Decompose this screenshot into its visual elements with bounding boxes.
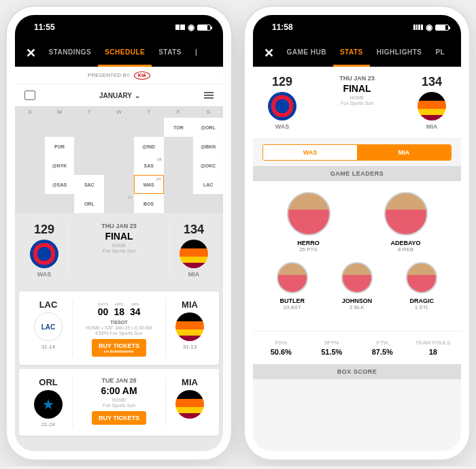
tissot-logo: TISSOT [77,320,161,325]
home-abbr: MIA [166,377,214,387]
cal-day[interactable]: @NYK [45,156,75,175]
away-abbr: LAC [24,300,72,310]
heat-logo-icon [418,92,446,120]
player-avatar [277,262,308,293]
away-team: LAC LAC 31-14 [24,300,72,357]
stat-ft: FT%87.5% [357,340,408,356]
wifi-icon: ◉ [188,22,194,32]
cal-day[interactable]: LAC [193,175,223,194]
away-abbr: ORL [24,377,72,387]
tab-stats[interactable]: STATS [333,39,370,67]
leader-blk[interactable]: JOHNSON 2 BLK [324,262,389,310]
wizards-logo-icon [268,92,296,120]
cal-day[interactable]: SAC [74,175,104,194]
cal-day[interactable]: TOR [164,118,194,137]
home-team: MIA [166,377,214,427]
cal-day[interactable]: @OKC [193,156,223,175]
status-time: 11:55 [34,22,55,32]
home-team: 134 MIA [408,75,456,130]
game-leaders: HERRO 25 PTS ADEBAYO 8 REB BUTLER 10 AST [253,181,461,331]
away-score: 129 [20,223,68,237]
game-status: FINAL [310,83,404,94]
phone-schedule: 11:55 ◉ ✕ STANDINGS SCHEDULE STATS | PRE… [7,7,231,459]
tab-schedule[interactable]: SCHEDULE [98,39,152,67]
player-avatar [287,192,330,236]
home-abbr: MIA [166,300,214,310]
featured-game[interactable]: 129 WAS THU JAN 23 FINAL HOME Fox Sports… [15,213,223,287]
player-stat: 8 REB [357,246,454,253]
close-icon[interactable]: ✕ [20,46,42,61]
leader-pts[interactable]: HERRO 25 PTS [260,192,357,253]
month-dropdown[interactable]: JANUARY ⌄ [99,92,140,99]
game-info: THU JAN 23 FINAL HOME Fox Sports Sun [68,223,170,278]
away-score: 129 [258,75,306,89]
player-name: JOHNSON [324,297,389,304]
signal-icon [413,22,423,32]
game-date: THU JAN 23 [310,75,404,82]
stats-content[interactable]: 129 WAS THU JAN 23 FINAL HOME Fox Sports… [253,67,461,451]
list-view-icon[interactable] [204,92,214,99]
close-icon[interactable]: ✕ [258,46,280,61]
buy-tickets-button[interactable]: BUY TICKETS [92,411,146,425]
tab-more[interactable]: | [188,39,204,67]
wizards-logo-icon [30,240,58,268]
player-avatar [341,262,373,293]
tab-highlights[interactable]: HIGHLIGHTS [370,39,429,67]
away-abbr: WAS [258,123,306,130]
clippers-logo-icon: LAC [34,312,63,341]
game-schedule: HOME • SAT JAN 25 • 6:30 AM [77,325,161,330]
game-status: FINAL [73,231,165,242]
game-location: HOME [77,398,161,402]
player-stat: 10 AST [260,304,324,310]
nav-tabs: ✕ GAME HUB STATS HIGHLIGHTS PL [253,39,461,67]
toggle-was[interactable]: WAS [263,145,357,160]
away-team: 129 WAS [258,75,306,130]
stat-fouls: TEAM FOULS18 [408,340,459,356]
notch [68,15,170,30]
status-icons: ◉ [175,22,211,32]
cal-day[interactable]: SAS18 [134,156,164,175]
cal-day[interactable]: ORL [74,194,104,213]
player-avatar [384,192,428,236]
countdown: DAYS00 HRS18 MIN34 [77,302,161,317]
player-name: DRAGIC [390,297,454,304]
heat-logo-icon [175,390,204,419]
game-date: TUE JAN 28 [77,377,161,384]
weekday-header: SMTWTFS [15,106,223,118]
cal-day[interactable]: @IND [134,137,164,156]
cal-day[interactable]: @SAS [45,175,75,194]
battery-icon [197,25,211,31]
player-name: HERRO [260,240,357,246]
cal-day[interactable]: @BKN [193,137,223,156]
notch [306,15,408,30]
cal-day[interactable]: POR [45,137,75,156]
schedule-content[interactable]: PRESENTED BY KIA JANUARY ⌄ SMTWTFS TOR@O… [15,67,223,451]
phone-stats: 11:58 ◉ ✕ GAME HUB STATS HIGHLIGHTS PL 1… [245,7,469,459]
toggle-mia[interactable]: MIA [357,145,451,160]
cal-day-selected[interactable]: WAS24 [134,175,164,194]
cal-day[interactable]: @ORL [193,118,223,137]
presented-label: PRESENTED BY [88,72,130,78]
upcoming-game[interactable]: LAC LAC 31-14 DAYS00 HRS18 MIN34 TISSOT … [19,291,219,365]
game-location: HOME [73,243,165,248]
leader-reb[interactable]: ADEBAYO 8 REB [357,192,454,253]
calendar-add-icon[interactable] [24,91,35,100]
cal-day[interactable]: BOS [134,194,164,213]
game-leaders-header: GAME LEADERS [253,166,461,181]
tab-standings[interactable]: STANDINGS [42,39,99,67]
buy-tickets-button[interactable]: BUY TICKETSon ticketmaster [92,339,146,357]
tab-gamehub[interactable]: GAME HUB [280,39,333,67]
tab-stats[interactable]: STATS [152,39,188,67]
upcoming-game[interactable]: ORL ★ 21-24 TUE JAN 28 6:00 AM HOME Fox … [19,369,219,436]
game-tv: ESPN,Fox Sports Sun [77,331,161,336]
home-record: 31-13 [166,344,214,350]
tab-plays[interactable]: PL [428,39,452,67]
calendar-grid: TOR@ORL POR@IND@BKN @NYKSAS18@OKC @SASSA… [15,118,223,213]
box-score-header[interactable]: BOX SCORE [253,364,461,379]
home-team: 134 MIA [170,223,218,278]
leader-ast[interactable]: BUTLER 10 AST [260,262,324,310]
leader-stl[interactable]: DRAGIC 1 STL [390,262,454,310]
player-stat: 1 STL [390,304,454,310]
month-label: JANUARY [99,92,132,99]
game-tv: Fox Sports Sun [73,248,165,253]
